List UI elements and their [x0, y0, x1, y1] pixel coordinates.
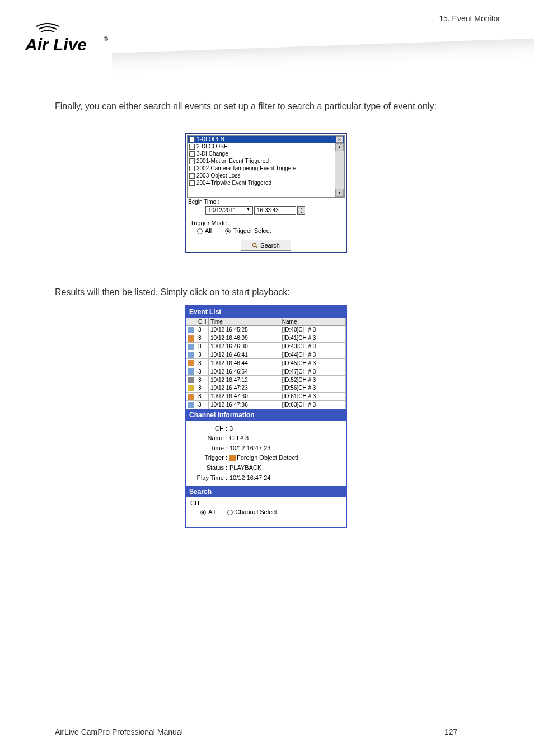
svg-text:®: ®	[104, 35, 108, 42]
footer-page-number: 127	[444, 727, 500, 736]
time-picker[interactable]: 16:33:43	[254, 206, 296, 215]
event-type-label: 3-DI Change	[196, 151, 228, 157]
cell-ch: 3	[196, 334, 209, 342]
table-row[interactable]: 310/12 16:47:30[ID:61]CH # 3	[186, 392, 346, 400]
event-type-listbox[interactable]: × 1-DI OPEN 2-DI CLOSE 3-DI Change 2001-…	[187, 135, 345, 198]
info-ch-label: CH :	[191, 424, 229, 434]
col-name[interactable]: Name	[280, 318, 345, 326]
checkbox-icon[interactable]	[189, 166, 195, 171]
event-type-item[interactable]: 1-DI OPEN	[188, 136, 344, 143]
cell-time: 10/12 16:47:12	[209, 376, 280, 384]
table-row[interactable]: 310/12 16:47:23[ID:56]CH # 3	[186, 384, 346, 393]
cell-ch: 3	[196, 376, 209, 384]
event-type-item[interactable]: 3-DI Change	[188, 150, 344, 157]
table-row[interactable]: 310/12 16:47:36[ID:63]CH # 3	[186, 400, 346, 409]
radio-channel-select[interactable]: Channel Select	[227, 508, 277, 515]
event-list-panel: Event List CH Time Name 310/12 16:45:25[…	[185, 305, 347, 528]
header-gradient	[112, 39, 534, 76]
event-type-item[interactable]: 2004-Tripwire Event Triggered	[188, 179, 344, 186]
footer-manual-title: AirLive CamPro Professional Manual	[55, 727, 444, 736]
ch-radio-row: All Channel Select	[200, 508, 331, 515]
search-button[interactable]: Search	[241, 240, 291, 251]
info-name-label: Name :	[191, 433, 229, 444]
close-icon[interactable]: ×	[336, 136, 343, 143]
page-footer: AirLive CamPro Professional Manual 127	[55, 727, 500, 736]
radio-all[interactable]: All	[197, 227, 212, 234]
radio-icon	[227, 510, 233, 515]
checkbox-icon[interactable]	[189, 144, 195, 150]
table-row[interactable]: 310/12 16:46:41[ID:44]CH # 3	[186, 351, 346, 359]
cell-name: [ID:45]CH # 3	[280, 359, 345, 367]
table-row[interactable]: 310/12 16:46:09[ID:41]CH # 3	[186, 334, 346, 342]
event-type-label: 1-DI OPEN	[196, 136, 224, 142]
cell-ch: 3	[196, 326, 209, 334]
paragraph-2: Results will then be listed. Simply clic…	[55, 286, 290, 298]
checkbox-icon[interactable]	[189, 173, 195, 179]
cell-time: 10/12 16:47:23	[209, 384, 280, 393]
col-icon[interactable]	[186, 318, 196, 326]
event-type-label: 2001-Motion Event Triggered	[196, 158, 269, 164]
info-name-value: CH # 3	[229, 433, 249, 444]
cell-time: 10/12 16:46:44	[209, 359, 280, 367]
search-button-label: Search	[260, 242, 280, 249]
info-playtime-value: 10/12 16:47:24	[229, 473, 270, 483]
table-row[interactable]: 310/12 16:47:12[ID:52]CH # 3	[186, 376, 346, 384]
event-type-label: 2003-Object Loss	[196, 172, 240, 179]
cell-time: 10/12 16:45:25	[209, 326, 280, 334]
cell-name: [ID:63]CH # 3	[280, 400, 345, 409]
search-icon	[252, 242, 258, 249]
radio-trigger-select[interactable]: Trigger Select	[225, 227, 271, 234]
cell-ch: 3	[196, 342, 209, 351]
event-type-icon	[188, 335, 194, 342]
search-section-header: Search	[186, 486, 346, 497]
event-type-item[interactable]: 2002-Camera Tampering Event Triggere	[188, 165, 344, 172]
table-row[interactable]: 310/12 16:45:25[ID:40]CH # 3	[186, 326, 346, 334]
trigger-mode-radios: All Trigger Select	[197, 227, 335, 234]
chevron-down-icon: ▼	[246, 207, 250, 211]
svg-line-3	[256, 246, 257, 248]
datetime-row: 10/12/2011 ▼ 16:33:43 ▲▼	[205, 206, 326, 215]
cell-ch: 3	[196, 367, 209, 376]
time-spinner[interactable]: ▲▼	[297, 206, 305, 215]
cell-name: [ID:61]CH # 3	[280, 392, 345, 400]
event-type-item[interactable]: 2003-Object Loss	[188, 172, 344, 179]
cell-name: [ID:52]CH # 3	[280, 376, 345, 384]
col-time[interactable]: Time	[209, 318, 280, 326]
scroll-down-icon[interactable]: ▼	[335, 189, 344, 197]
event-type-item[interactable]: 2-DI CLOSE	[188, 143, 344, 150]
info-playtime-label: Play Time :	[191, 473, 229, 483]
cell-time: 10/12 16:46:09	[209, 334, 280, 342]
cell-ch: 3	[196, 359, 209, 367]
checkbox-icon[interactable]	[189, 137, 195, 142]
radio-all[interactable]: All	[200, 508, 215, 515]
checkbox-icon[interactable]	[189, 151, 195, 157]
date-picker[interactable]: 10/12/2011 ▼	[205, 206, 253, 215]
event-type-icon	[188, 327, 194, 333]
event-type-icon	[188, 402, 194, 408]
info-ch-value: 3	[229, 424, 233, 434]
info-status-value: PLAYBACK	[229, 463, 261, 473]
event-type-icon	[188, 385, 194, 391]
col-ch[interactable]: CH	[196, 318, 209, 326]
table-row[interactable]: 310/12 16:46:54[ID:47]CH # 3	[186, 367, 346, 376]
radio-icon	[225, 228, 231, 234]
radio-icon	[200, 510, 206, 515]
cell-time: 10/12 16:47:30	[209, 392, 280, 400]
scroll-up-icon[interactable]: ▲	[335, 143, 344, 151]
cell-time: 10/12 16:47:36	[209, 400, 280, 409]
table-row[interactable]: 310/12 16:46:44[ID:45]CH # 3	[186, 359, 346, 367]
info-time-label: Time :	[191, 444, 229, 454]
cell-ch: 3	[196, 384, 209, 393]
event-type-item[interactable]: 2001-Motion Event Triggered	[188, 157, 344, 165]
cell-name: [ID:43]CH # 3	[280, 342, 345, 351]
event-type-icon	[188, 368, 194, 375]
checkbox-icon[interactable]	[189, 180, 195, 186]
scrollbar[interactable]: ▲ ▼	[335, 143, 344, 197]
channel-info: CH :3 Name :CH # 3 Time :10/12 16:47:23 …	[186, 421, 346, 487]
checkbox-icon[interactable]	[189, 158, 195, 164]
event-type-icon	[188, 352, 194, 358]
cell-name: [ID:47]CH # 3	[280, 367, 345, 376]
table-row[interactable]: 310/12 16:46:30[ID:43]CH # 3	[186, 342, 346, 351]
cell-ch: 3	[196, 400, 209, 409]
event-type-icon	[188, 360, 194, 366]
